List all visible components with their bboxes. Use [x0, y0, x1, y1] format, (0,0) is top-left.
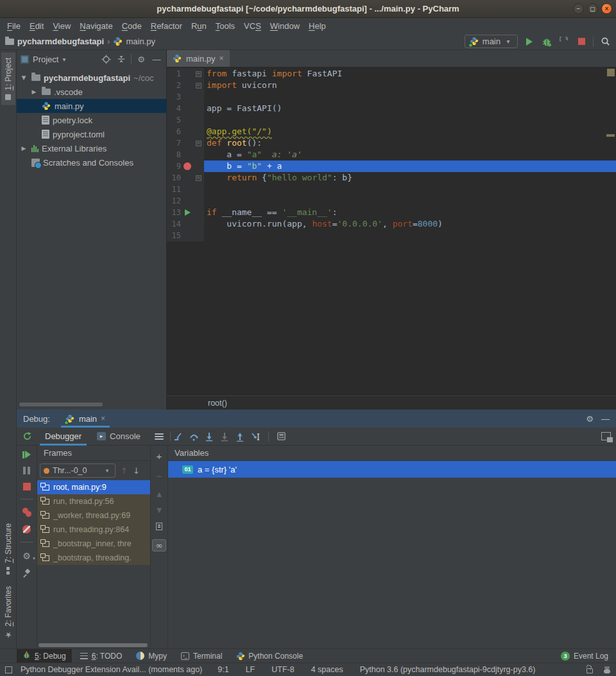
frame-row[interactable]: _bootstrap, threading. [37, 551, 150, 565]
fold-marker[interactable]: − [194, 71, 203, 77]
lock-icon[interactable] [586, 668, 593, 673]
fold-marker[interactable]: − [194, 141, 203, 146]
code-line-8[interactable]: 8 a = "a" a: 'a' [167, 149, 616, 160]
rerun-button[interactable] [17, 431, 37, 441]
frame-row[interactable]: _bootstrap_inner, thre [37, 537, 150, 551]
menu-item-help[interactable]: Help [304, 21, 330, 31]
tree-item-pycharmdebugfastapi[interactable]: ▼pycharmdebugfastapi ~/coc [17, 71, 166, 85]
duplicate-watch-icon[interactable] [156, 523, 162, 530]
show-execution-point-button[interactable] [171, 429, 186, 444]
collapse-all-icon[interactable] [116, 53, 127, 65]
line-number[interactable]: 10 [167, 172, 181, 184]
code-line-13[interactable]: 13if __name__ == '__main__': [167, 207, 616, 218]
stop-button[interactable] [576, 36, 587, 48]
remove-watch-button[interactable]: − [157, 471, 162, 481]
tree-expand-chevron[interactable]: ▶ [19, 145, 28, 152]
line-number[interactable]: 7 [167, 137, 181, 149]
status-metric[interactable]: 9:1 [218, 665, 228, 674]
tree-item-external-libraries[interactable]: ▶External Libraries [17, 141, 166, 155]
status-metric[interactable]: 4 spaces [311, 665, 343, 674]
line-number[interactable]: 8 [167, 149, 181, 160]
project-view-title[interactable]: Project [33, 55, 58, 64]
toolwindow-button-6-todo[interactable]: 6: TODO [74, 649, 128, 663]
variable-row[interactable]: 01a = {str} 'a' [168, 461, 616, 478]
run-to-cursor-button[interactable] [248, 429, 263, 444]
pause-button[interactable] [23, 467, 30, 474]
tab-debugger[interactable]: Debugger [37, 428, 89, 446]
line-number[interactable]: 5 [167, 114, 181, 126]
stop-button[interactable] [23, 483, 31, 490]
code-line-10[interactable]: 10˄ return {"hello world": b} [167, 172, 616, 184]
gear-icon[interactable]: ⚙ [586, 414, 594, 424]
menu-item-code[interactable]: Code [117, 21, 146, 31]
frame-row[interactable]: run, threading.py:864 [37, 523, 150, 537]
code-line-6[interactable]: 6@app.get("/") [167, 126, 616, 137]
evaluate-expression-button[interactable] [274, 429, 289, 444]
toolwindow-button-5-debug[interactable]: 5: Debug [17, 649, 72, 663]
toolwindow-button-mypy[interactable]: Mypy [130, 649, 173, 663]
frames-horizontal-scrollbar[interactable] [38, 643, 148, 647]
tab-console[interactable]: ▸ Console [89, 428, 148, 446]
status-metric[interactable]: Python 3.6 (pycharmdebugfastapi-9cdjtyrg… [360, 665, 536, 674]
fold-marker[interactable]: ˄ [194, 175, 203, 181]
stripe-tab-7-structure[interactable]: 7: Structure [1, 518, 15, 580]
debug-button[interactable] [541, 36, 552, 48]
view-breakpoints-button[interactable] [22, 508, 31, 517]
line-number[interactable]: 15 [167, 230, 181, 241]
line-number[interactable]: 6 [167, 126, 181, 137]
tree-item-pyproject-toml[interactable]: pyproject.toml [17, 127, 166, 141]
gear-icon[interactable]: ⚙ [135, 53, 147, 65]
code-line-12[interactable]: 12 [167, 195, 616, 207]
locate-file-icon[interactable] [100, 53, 112, 65]
step-over-button[interactable] [186, 429, 201, 444]
move-up-button[interactable]: ▲ [157, 490, 162, 498]
restore-layout-icon[interactable] [601, 432, 616, 440]
menu-item-window[interactable]: Window [266, 21, 304, 31]
close-icon[interactable]: × [101, 414, 105, 423]
debug-settings-gear-icon[interactable]: ⚙▾ [22, 551, 31, 561]
menu-item-navigate[interactable]: Navigate [75, 21, 117, 31]
line-number[interactable]: 3 [167, 91, 181, 103]
layout-settings-icon[interactable] [155, 433, 164, 440]
tree-item-main-py[interactable]: main.py [17, 99, 166, 113]
status-metric[interactable]: LF [246, 665, 255, 674]
move-down-button[interactable]: ▼ [157, 507, 162, 514]
toolwindow-button-python-console[interactable]: Python Console [230, 649, 309, 663]
line-number[interactable]: 2 [167, 80, 181, 91]
breadcrumb-project[interactable]: pycharmdebugfastapi [17, 37, 104, 46]
resume-button[interactable] [22, 451, 31, 458]
menu-item-refactor[interactable]: Refactor [146, 21, 187, 31]
status-message[interactable]: Python Debugger Extension Avail... (mome… [21, 665, 202, 674]
code-line-14[interactable]: 14 uvicorn.run(app, host='0.0.0.0', port… [167, 218, 616, 230]
run-config-selector[interactable]: main ▾ [465, 35, 518, 48]
line-number[interactable]: 9 [167, 160, 181, 172]
line-number[interactable]: 13 [167, 207, 181, 218]
menu-item-run[interactable]: Run [187, 21, 211, 31]
code-line-15[interactable]: 15 [167, 230, 616, 241]
profiler-button[interactable] [558, 36, 570, 48]
show-watches-toggle[interactable]: ∞ [152, 539, 166, 551]
menu-item-vcs[interactable]: VCS [239, 21, 266, 31]
event-log-item[interactable]: 3 Event Log [561, 652, 616, 661]
frame-row[interactable]: root, main.py:9 [37, 480, 150, 494]
next-frame-icon[interactable]: ↓ [133, 466, 140, 476]
tree-item-poetry-lock[interactable]: poetry.lock [17, 113, 166, 127]
code-line-11[interactable]: 11 [167, 184, 616, 195]
line-number[interactable]: 4 [167, 103, 181, 114]
line-number[interactable]: 12 [167, 195, 181, 207]
run-button[interactable] [524, 36, 535, 48]
stripe-tab-1-project[interactable]: 1: Project [1, 53, 15, 105]
mute-breakpoints-button[interactable] [22, 525, 31, 533]
maximize-button[interactable]: ◻ [587, 3, 598, 14]
frame-row[interactable]: _worker, thread.py:69 [37, 508, 150, 523]
hide-panel-icon[interactable]: — [151, 53, 162, 65]
debug-session-tab[interactable]: main × [59, 410, 112, 428]
stripe-tab-2-favorites[interactable]: ★2: Favorites [1, 581, 15, 645]
close-button[interactable]: × [601, 3, 612, 14]
force-step-into-button[interactable] [217, 429, 232, 444]
status-metric[interactable]: UTF-8 [271, 665, 294, 674]
menu-item-view[interactable]: View [48, 21, 75, 31]
code-line-5[interactable]: 5 [167, 114, 616, 126]
code-line-7[interactable]: 7−def root(): [167, 137, 616, 149]
tree-expand-chevron[interactable]: ▶ [30, 89, 38, 95]
